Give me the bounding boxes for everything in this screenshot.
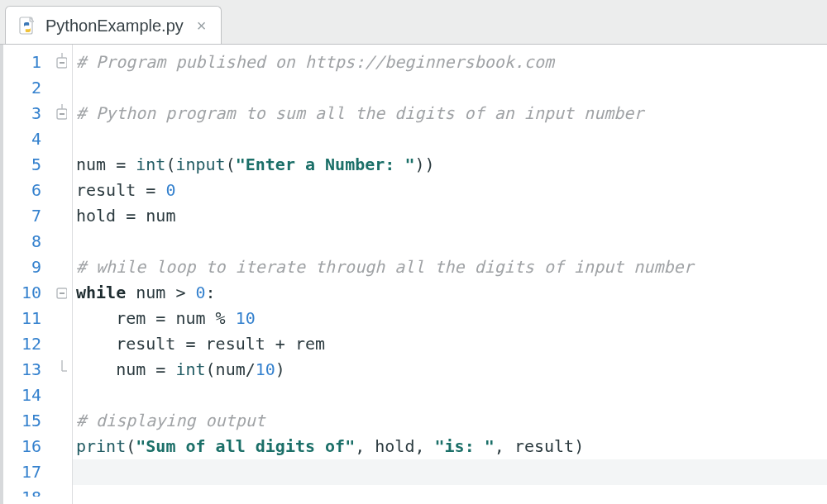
fold-cell — [48, 434, 72, 459]
line-number: 4 — [3, 126, 48, 152]
tab-active[interactable]: PythonExample.py × — [5, 6, 222, 44]
fold-cell — [48, 75, 72, 101]
code-line[interactable]: num = int(input("Enter a Number: ")) — [73, 152, 827, 178]
code-line[interactable]: # Python program to sum all the digits o… — [73, 101, 827, 126]
fold-cell — [48, 152, 72, 178]
line-number: 14 — [3, 383, 48, 408]
line-number: 6 — [3, 178, 48, 203]
fold-cell — [48, 408, 72, 434]
code-line[interactable] — [73, 459, 827, 485]
line-number: 8 — [3, 229, 48, 254]
code-line[interactable]: # Program published on https://beginners… — [73, 50, 827, 75]
code-line[interactable] — [73, 383, 827, 408]
tab-filename: PythonExample.py — [45, 17, 184, 34]
fold-cell — [48, 229, 72, 254]
line-number: 10 — [3, 280, 48, 306]
code-line[interactable]: print("Sum of all digits of", hold, "is:… — [73, 434, 827, 459]
fold-cell — [48, 254, 72, 280]
fold-cell — [48, 178, 72, 203]
line-number: 11 — [3, 306, 48, 331]
fold-cell — [48, 306, 72, 331]
line-number: 9 — [3, 254, 48, 280]
tab-bar: PythonExample.py × — [0, 0, 827, 45]
code-line[interactable]: result = 0 — [73, 178, 827, 203]
fold-end-icon[interactable] — [48, 357, 72, 383]
fold-collapse-icon[interactable] — [48, 280, 72, 306]
code-editor: PythonExample.py × 123456789101112131415… — [0, 0, 827, 504]
line-number: 12 — [3, 331, 48, 357]
line-number: 15 — [3, 408, 48, 434]
code-line[interactable]: # while loop to iterate through all the … — [73, 254, 827, 280]
code-area: 123456789101112131415161718 # Program pu… — [0, 45, 827, 504]
line-number: 13 — [3, 357, 48, 383]
fold-cell — [48, 331, 72, 357]
code-line[interactable]: result = result + rem — [73, 331, 827, 357]
close-icon[interactable]: × — [197, 17, 207, 34]
code-line[interactable]: num = int(num/10) — [73, 357, 827, 383]
fold-collapse-icon[interactable] — [48, 101, 72, 126]
fold-cell — [48, 126, 72, 152]
line-number: 1 — [3, 50, 48, 75]
code-line[interactable]: rem = num % 10 — [73, 306, 827, 331]
line-number: 2 — [3, 75, 48, 101]
code-line[interactable] — [73, 229, 827, 254]
code-line[interactable] — [73, 75, 827, 101]
fold-cell — [48, 459, 72, 485]
code-line[interactable]: while num > 0: — [73, 280, 827, 306]
code-content[interactable]: # Program published on https://beginners… — [73, 45, 827, 504]
line-number: 18 — [3, 485, 48, 497]
code-line[interactable] — [73, 126, 827, 152]
code-line[interactable]: hold = num — [73, 203, 827, 229]
fold-cell — [48, 383, 72, 408]
fold-collapse-icon[interactable] — [48, 50, 72, 75]
line-number: 5 — [3, 152, 48, 178]
code-line[interactable]: # displaying output — [73, 408, 827, 434]
line-number: 3 — [3, 101, 48, 126]
line-number: 17 — [3, 459, 48, 485]
line-number: 16 — [3, 434, 48, 459]
fold-gutter — [48, 45, 73, 504]
line-number-gutter: 123456789101112131415161718 — [3, 45, 48, 504]
fold-cell — [48, 203, 72, 229]
line-number: 7 — [3, 203, 48, 229]
python-file-icon — [17, 16, 37, 36]
